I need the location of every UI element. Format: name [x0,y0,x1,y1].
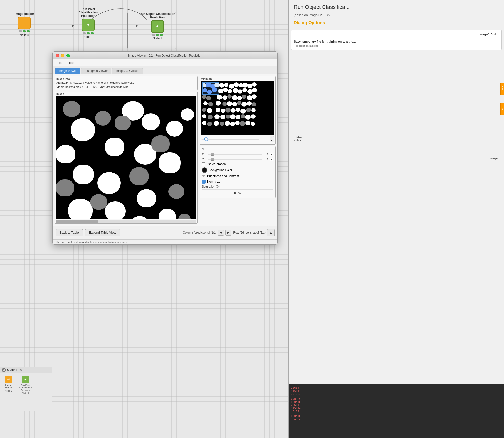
statusbar-text: Click on a cell or drag and select multi… [56,241,128,243]
tab-image-viewer[interactable]: Image Viewer [55,68,80,74]
window-content: Image Info X[383/1344]; Y[9/1024]; value… [53,74,277,226]
tab-imagej-3d-viewer[interactable]: ImageJ 3D Viewer [112,68,143,74]
use-calibration-row: use calibration [202,162,273,166]
zoom-value: 63 [261,138,268,141]
outline-label: Outline [7,368,17,372]
workflow-node-2[interactable]: Run Object ClassificationPrediction ✦ No… [140,12,175,40]
use-calibration-label: use calibration [207,162,226,166]
x-row: X 1 ✓ [202,153,273,156]
y-row: Y 1 ✓ [202,158,273,161]
window-bottom-toolbar: Back to Table Expand Table View Column [… [53,226,277,239]
dialog-options-label: Dialog Options [289,18,504,28]
col-next-button[interactable]: ▶ [225,230,231,236]
window-title: Image Viewer - 0:2 - Run Object Classifi… [128,54,202,57]
output-port-2: ut Port [500,103,504,115]
imagej-label: ImageJ [490,157,499,160]
zoom-slider[interactable] [201,139,259,140]
image-box: Image [55,92,198,224]
node-1-icon[interactable]: ✦ [82,19,95,31]
tab-histogram-viewer[interactable]: Histogram Viewer [81,68,111,74]
normalize-row: ✓ Normalize [202,180,273,184]
window-tabs: Image Viewer Histogram Viewer ImageJ 3D … [53,66,277,74]
right-panel-subtitle: (based on ImageJ 2_0_x) [289,12,504,18]
outline-header: Outline ✕ [0,367,52,373]
background-color-swatch[interactable] [202,167,207,173]
outline-icon-image-reader: ⊣ [5,376,12,383]
node-2-icon[interactable]: ✦ [151,20,164,33]
node-1-traffic [83,32,94,34]
menu-file[interactable]: File [56,60,63,65]
window-titlebar: Image Viewer - 0:2 - Run Object Classifi… [53,52,277,59]
image-viewer-window: Image Viewer - 0:2 - Run Object Classifi… [52,51,278,245]
section-desc: Save temporary file for training only, w… [294,40,499,43]
use-calibration-checkbox[interactable] [202,162,205,166]
background-color-label: Background Color [209,168,232,172]
minimap-selection[interactable] [202,82,219,95]
section-header: ImageJ Dial... [294,33,499,38]
outline-close[interactable]: ✕ [20,369,22,372]
background-color-row: Background Color [202,167,273,173]
workflow-node-1[interactable]: Run Pixel ClassificationPrediction ✦ Nod… [73,7,103,39]
col-nav: Column [predictions] (1/1) ◀ ▶ [183,230,231,236]
normalize-label: Normalize [207,180,220,183]
viewer-right-panel: Minimap [200,76,276,224]
expand-table-view-button[interactable]: Expand Table View [85,229,120,236]
outline-icon [2,368,6,372]
output-port-1: ut Port [500,83,504,95]
window-statusbar: Click on a cell or drag and select multi… [53,239,277,244]
saturation-value: 0.0% [202,191,273,195]
zoom-stepper[interactable]: ▲ ▼ [270,136,274,142]
node-3-icon[interactable]: ⊣ [18,17,31,29]
controls-box: N X 1 ✓ Y 1 ✓ [200,146,276,198]
image-info-line1: X[383/1344]; Y[9/1024]; value=0 Name: /v… [56,81,196,85]
outline-node-pixel-class[interactable]: ✦ Run Pixel Classification Prediction No… [19,376,32,394]
image-info-box: Image Info X[383/1344]; Y[9/1024]; value… [55,76,198,90]
right-panel-title: Run Object Classifica... [289,0,504,12]
node-2-traffic [152,34,163,36]
n-row: N [202,148,273,151]
saturation-row: Saturation (%): 0.0% [202,185,273,195]
x-check[interactable]: ✓ [270,153,273,156]
maximize-button[interactable] [66,54,70,57]
brightness-contrast-label: Brightness and Contrast [207,174,239,178]
y-slider[interactable] [208,159,262,160]
zoom-row: 63 ▲ ▼ [201,135,274,143]
brightness-header: Brightness and Contrast [202,174,273,178]
y-check[interactable]: ✓ [270,158,273,161]
right-panel: Run Object Classifica... (based on Image… [288,0,504,438]
outline-node-image-reader[interactable]: ⊣ Image Reader Node 3 [2,376,14,392]
back-to-table-button[interactable]: Back to Table [56,229,83,236]
minimap-box: Minimap [200,76,276,145]
row-up-button[interactable]: ▲ [267,229,275,236]
svg-rect-5 [3,369,4,370]
col-prev-button[interactable]: ◀ [218,230,224,236]
image-info-line2: Visible Rectangle[XY]: (1,1) - (42... Ty… [56,85,196,89]
right-panel-note: n tables. Ava... [294,136,499,142]
saturation-slider[interactable] [202,189,273,190]
left-panel: Image Info X[383/1344]; Y[9/1024]; value… [55,76,198,224]
normalize-checkbox[interactable]: ✓ [202,180,206,184]
log-area: 22604 515114 .0-0SJ ean ne : usin 22614 … [289,384,504,438]
minimize-button[interactable] [61,54,64,57]
outline-content: ⊣ Image Reader Node 3 ✦ Run Pixel Classi… [0,373,52,397]
node-3-traffic [19,30,30,32]
section-subdesc: - description missing - [294,44,499,47]
image-canvas[interactable] [56,96,196,219]
x-slider[interactable] [208,154,262,155]
close-button[interactable] [56,54,59,57]
menu-hilite[interactable]: Hilite [67,60,76,65]
outline-panel: Outline ✕ ⊣ Image Reader Node 3 ✦ Run Pi… [0,367,52,411]
row-nav: Row [2d_cells_apo] (1/1) ▲ [233,229,275,236]
outline-icon-pixel-class: ✦ [22,376,29,383]
minimap-canvas[interactable] [201,81,274,135]
window-menubar: File Hilite [53,59,277,66]
workflow-node-3[interactable]: Image Reader ⊣ Node 3 [15,12,34,37]
right-panel-section: ImageJ Dial... Save temporary file for t… [291,30,502,50]
image-scrollbar[interactable] [56,220,196,223]
expand-arrow[interactable] [202,174,206,178]
